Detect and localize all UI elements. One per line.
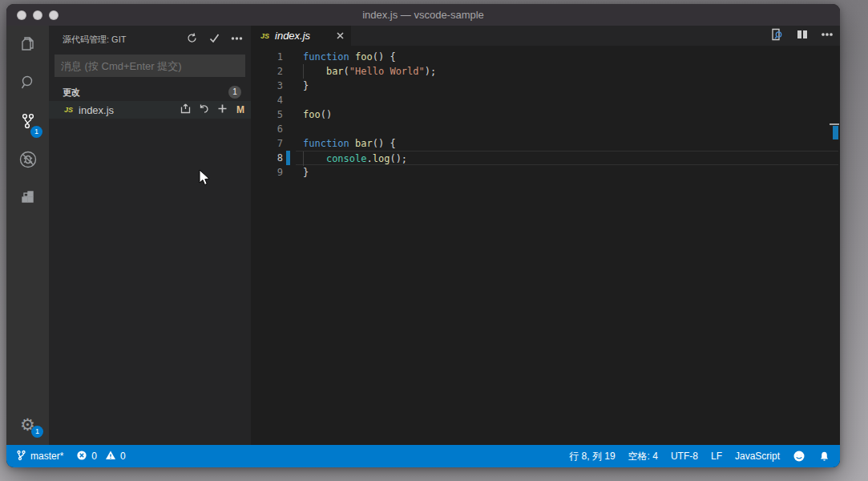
code-token: (); bbox=[390, 153, 407, 164]
open-changes-icon[interactable] bbox=[769, 27, 784, 45]
code-token: function bbox=[303, 51, 349, 63]
overview-ruler[interactable] bbox=[829, 46, 840, 445]
title-bar[interactable]: index.js — vscode-sample bbox=[6, 4, 840, 26]
refresh-icon[interactable] bbox=[186, 32, 198, 47]
tab-index-js[interactable]: JS index.js bbox=[251, 26, 351, 46]
code-line[interactable]: 7function bar() { bbox=[251, 136, 840, 151]
minimize-button[interactable] bbox=[33, 10, 42, 20]
code-line-content[interactable]: function foo() { bbox=[296, 50, 838, 64]
code-line-content[interactable]: console.log(); bbox=[296, 151, 838, 165]
stage-changes-icon[interactable] bbox=[216, 103, 228, 118]
activity-item-explorer[interactable] bbox=[6, 27, 49, 64]
indent-guide bbox=[303, 64, 304, 79]
line-number: 9 bbox=[251, 165, 296, 180]
open-file-icon[interactable] bbox=[180, 103, 192, 118]
code-token: function bbox=[303, 138, 349, 149]
code-token: log bbox=[373, 153, 390, 164]
split-editor-icon[interactable] bbox=[796, 28, 809, 44]
code-token: bar bbox=[355, 138, 373, 149]
code-token: "Hello World" bbox=[349, 66, 425, 77]
code-line-content[interactable] bbox=[296, 93, 838, 107]
warning-icon bbox=[105, 450, 116, 463]
cursor-position-status[interactable]: 行 8, 列 19 bbox=[569, 450, 615, 463]
code-line-content[interactable] bbox=[296, 122, 838, 136]
line-number: 8 bbox=[251, 151, 296, 165]
eol-status[interactable]: LF bbox=[711, 451, 722, 462]
encoding-status[interactable]: UTF-8 bbox=[671, 451, 698, 462]
code-token: ); bbox=[425, 66, 436, 77]
line-number: 5 bbox=[251, 107, 296, 122]
activity-item-source-control[interactable]: 1 bbox=[6, 104, 49, 141]
git-branch-icon bbox=[16, 450, 26, 463]
javascript-file-icon: JS bbox=[64, 106, 73, 114]
tab-label: index.js bbox=[275, 30, 330, 42]
code-line-content[interactable]: foo() bbox=[296, 107, 838, 122]
activity-item-debug[interactable] bbox=[6, 143, 49, 180]
javascript-file-icon: JS bbox=[260, 32, 269, 40]
code-token: foo bbox=[355, 51, 373, 63]
code-line-content[interactable]: } bbox=[296, 165, 838, 180]
code-line[interactable]: 5foo() bbox=[251, 107, 840, 122]
error-count: 0 bbox=[91, 451, 97, 462]
code-line-content[interactable]: function bar() { bbox=[296, 136, 838, 151]
activity-item-extensions[interactable] bbox=[6, 181, 49, 218]
changed-file-row[interactable]: JS index.js M bbox=[49, 101, 251, 119]
code-line-content[interactable]: } bbox=[296, 79, 838, 93]
activity-item-search[interactable] bbox=[6, 66, 49, 103]
git-branch-status[interactable]: master* bbox=[16, 450, 63, 463]
changes-label: 更改 bbox=[63, 87, 228, 99]
indentation-status[interactable]: 空格: 4 bbox=[628, 450, 658, 463]
more-actions-icon[interactable] bbox=[231, 32, 243, 47]
changes-section-header[interactable]: 更改 1 bbox=[49, 83, 251, 101]
vscode-window: index.js — vscode-sample 1 bbox=[6, 4, 840, 467]
code-line[interactable]: 2 bar("Hello World"); bbox=[251, 64, 840, 79]
code-token: } bbox=[303, 80, 309, 91]
feedback-smiley-icon[interactable] bbox=[793, 450, 805, 463]
code-line[interactable]: 8 console.log(); bbox=[251, 151, 840, 165]
sidebar-title: 源代码管理: GIT bbox=[63, 34, 186, 46]
close-button[interactable] bbox=[17, 10, 26, 20]
language-mode-status[interactable]: JavaScript bbox=[735, 451, 780, 462]
notifications-bell-icon[interactable] bbox=[818, 451, 830, 463]
scm-badge: 1 bbox=[30, 126, 42, 138]
debug-disabled-icon bbox=[18, 149, 38, 173]
close-tab-icon[interactable] bbox=[336, 29, 345, 43]
code-token: () { bbox=[373, 51, 396, 63]
code-line-content[interactable]: bar("Hello World"); bbox=[296, 64, 838, 79]
code-line[interactable]: 1function foo() { bbox=[251, 50, 840, 64]
changes-count-badge: 1 bbox=[228, 86, 241, 99]
settings-badge: 1 bbox=[31, 426, 43, 438]
code-line[interactable]: 3} bbox=[251, 79, 840, 93]
line-number: 3 bbox=[251, 79, 296, 93]
code-line[interactable]: 6 bbox=[251, 122, 840, 136]
commit-check-icon[interactable] bbox=[208, 32, 220, 47]
code-token bbox=[349, 138, 355, 149]
error-icon bbox=[76, 450, 87, 463]
changed-file-name: index.js bbox=[79, 104, 180, 116]
code-token: () { bbox=[373, 138, 396, 149]
code-editor[interactable]: 1function foo() {2 bar("Hello World");3}… bbox=[251, 46, 840, 445]
code-token: console bbox=[326, 153, 367, 164]
code-token: () bbox=[321, 109, 332, 120]
commit-message-input[interactable] bbox=[55, 55, 245, 77]
code-token bbox=[303, 66, 326, 77]
settings-button[interactable]: ⚙ 1 bbox=[6, 411, 49, 439]
editor-group: JS index.js bbox=[251, 26, 840, 445]
more-actions-icon[interactable] bbox=[821, 28, 834, 44]
modified-status-badge: M bbox=[236, 104, 244, 115]
line-number: 6 bbox=[251, 122, 296, 136]
scm-sidebar: 源代码管理: GIT 更改 1 JS bbox=[49, 26, 251, 445]
line-number: 7 bbox=[251, 136, 296, 151]
line-number: 2 bbox=[251, 64, 296, 79]
code-token: . bbox=[366, 153, 372, 164]
code-line[interactable]: 9} bbox=[251, 165, 840, 180]
overview-cursor-marker bbox=[830, 123, 839, 125]
overview-modified-marker bbox=[833, 126, 838, 139]
discard-changes-icon[interactable] bbox=[198, 103, 210, 118]
search-icon bbox=[18, 73, 38, 95]
code-token: ( bbox=[344, 66, 349, 77]
zoom-button[interactable] bbox=[49, 10, 59, 20]
code-token: bar bbox=[326, 66, 344, 77]
code-line[interactable]: 4 bbox=[251, 93, 840, 107]
problems-status[interactable]: 0 0 bbox=[76, 450, 125, 463]
